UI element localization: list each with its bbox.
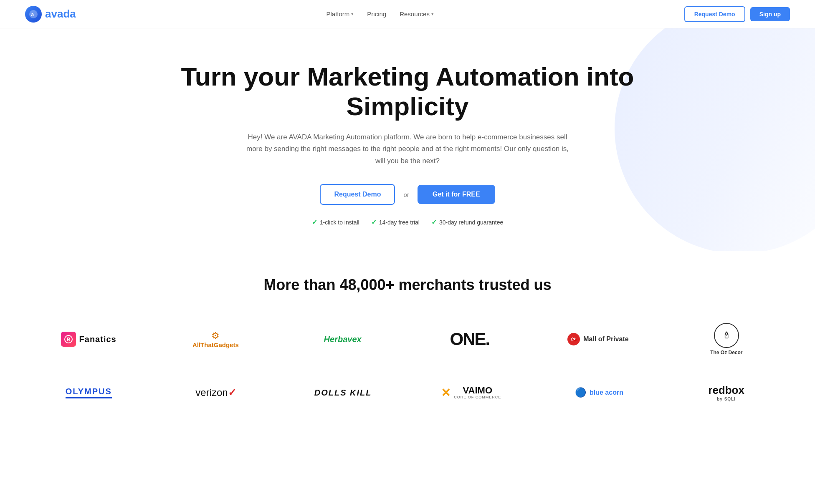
logo-oz: 🕯 The Oz Decor bbox=[693, 319, 760, 360]
merchants-heading: More than 48,000+ merchants trusted us bbox=[25, 276, 790, 294]
hero-section: Turn your Marketing Automation into Simp… bbox=[0, 28, 815, 251]
verizon-text: verizon✓ bbox=[195, 387, 236, 398]
nav-platform[interactable]: Platform ▾ bbox=[326, 10, 354, 18]
navbar: a avada Platform ▾ Pricing Resources ▾ R… bbox=[0, 0, 815, 28]
logo-herbavex: Herbavex bbox=[309, 330, 376, 348]
logo-vaimo: ✕ VAIMO CORE OF COMMERCE bbox=[437, 382, 505, 404]
logo-allthat: ⚙ AllThatGadgets bbox=[182, 326, 249, 353]
hero-badges: ✓ 1-click to install ✓ 14-day free trial… bbox=[17, 218, 798, 226]
redbox-sub: by SQLI bbox=[708, 397, 744, 401]
chevron-down-icon: ▾ bbox=[351, 11, 354, 17]
logo-fanatics: B Fanatics bbox=[55, 328, 122, 351]
dolls-text: DOLLS KILL bbox=[314, 388, 372, 398]
nav-pricing[interactable]: Pricing bbox=[367, 10, 386, 18]
nav-signup-button[interactable]: Sign up bbox=[750, 7, 790, 21]
logo-redbox: redbox by SQLI bbox=[693, 380, 760, 406]
herbavex-text: Herbavex bbox=[324, 335, 362, 344]
nav-request-demo-button[interactable]: Request Demo bbox=[684, 6, 745, 22]
check-icon: ✓ bbox=[371, 218, 377, 226]
chevron-down-icon: ▾ bbox=[431, 11, 434, 17]
logo-text: avada bbox=[45, 8, 76, 20]
hero-cta-button[interactable]: Get it for FREE bbox=[418, 185, 495, 204]
hero-badge-refund: ✓ 30-day refund guarantee bbox=[431, 218, 503, 226]
hero-buttons: Request Demo or Get it for FREE bbox=[17, 184, 798, 205]
logos-row-1: B Fanatics ⚙ AllThatGadgets Herbavex ONE… bbox=[25, 319, 790, 360]
logo-blueacorn: 🔵 blue acorn bbox=[566, 383, 633, 402]
hero-or-text: or bbox=[403, 191, 409, 198]
allthat-text: AllThatGadgets bbox=[192, 341, 239, 348]
mall-icon: 🛍 bbox=[567, 333, 580, 345]
blueacorn-icon: 🔵 bbox=[575, 387, 586, 398]
fanatics-text: Fanatics bbox=[79, 335, 116, 344]
check-icon: ✓ bbox=[312, 218, 317, 226]
merchants-section: More than 48,000+ merchants trusted us B… bbox=[0, 251, 815, 442]
logo-olympus: OLYMPUS bbox=[55, 383, 122, 403]
logo-link[interactable]: a avada bbox=[25, 6, 76, 23]
hero-badge-install: ✓ 1-click to install bbox=[312, 218, 359, 226]
logos-row-2: OLYMPUS verizon✓ DOLLS KILL ✕ VAIMO CORE… bbox=[25, 380, 790, 406]
oz-text: The Oz Decor bbox=[710, 350, 742, 355]
logo-icon: a bbox=[25, 6, 42, 23]
mall-text: Mall of Private bbox=[583, 335, 628, 343]
svg-text:a: a bbox=[31, 11, 34, 18]
blueacorn-text: blue acorn bbox=[590, 389, 623, 396]
hero-request-demo-button[interactable]: Request Demo bbox=[320, 184, 395, 205]
hero-subtext: Hey! We are AVADA Marketing Automation p… bbox=[245, 131, 570, 168]
check-icon: ✓ bbox=[431, 218, 437, 226]
vaimo-text-block: VAIMO CORE OF COMMERCE bbox=[454, 386, 501, 399]
svg-text:B: B bbox=[67, 337, 71, 343]
hero-heading: Turn your Marketing Automation into Simp… bbox=[178, 62, 637, 121]
logo-dolls-kill: DOLLS KILL bbox=[310, 384, 377, 402]
fanatics-icon: B bbox=[61, 332, 76, 347]
one-text: ONE. bbox=[450, 329, 490, 349]
hero-content: Turn your Marketing Automation into Simp… bbox=[17, 62, 798, 226]
oz-circle-icon: 🕯 bbox=[714, 323, 739, 348]
logo-one: ONE. bbox=[436, 325, 503, 353]
logo-mall: 🛍 Mall of Private bbox=[563, 329, 633, 350]
nav-links: Platform ▾ Pricing Resources ▾ bbox=[326, 10, 433, 18]
logo-verizon: verizon✓ bbox=[182, 383, 249, 403]
olympus-text: OLYMPUS bbox=[66, 387, 112, 398]
vaimo-x-icon: ✕ bbox=[441, 386, 451, 400]
nav-resources[interactable]: Resources ▾ bbox=[400, 10, 434, 18]
nav-actions: Request Demo Sign up bbox=[684, 6, 790, 22]
redbox-text: redbox bbox=[708, 384, 744, 397]
hero-badge-trial: ✓ 14-day free trial bbox=[371, 218, 420, 226]
